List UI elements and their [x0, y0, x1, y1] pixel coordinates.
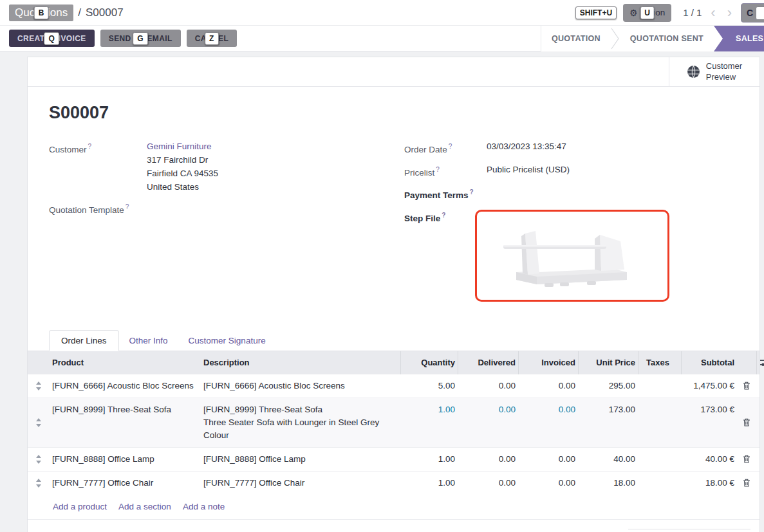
- header-delivered: Delivered: [458, 351, 518, 374]
- header-taxes: Taxes: [638, 351, 681, 374]
- cell-unit-price[interactable]: 295.00: [578, 374, 638, 398]
- create-invoice-button[interactable]: CREATE INVOICE Q: [9, 30, 95, 47]
- description-line: [FURN_6666] Acoustic Bloc Screens: [203, 380, 398, 392]
- cell-delivered[interactable]: 0.00: [458, 472, 518, 495]
- cell-taxes[interactable]: [638, 448, 681, 471]
- quotation-template-field[interactable]: Quotation Template?: [49, 200, 404, 217]
- row-drag-handle[interactable]: [28, 448, 50, 471]
- quotation-template-label: Quotation Template?: [49, 200, 147, 217]
- cell-description[interactable]: [FURN_6666] Acoustic Bloc Screens: [201, 374, 400, 398]
- payment-terms-field: Payment Terms?: [404, 185, 738, 202]
- row-drag-handle[interactable]: [28, 398, 50, 447]
- statusbar-step-quotation-sent[interactable]: QUOTATION SENT: [620, 26, 714, 51]
- customer-preview-label: Customer Preview: [706, 61, 742, 83]
- cell-product[interactable]: [FURN_8888] Office Lamp: [50, 448, 201, 471]
- action-menu-button[interactable]: ⚙ Action U: [623, 4, 671, 22]
- trash-icon: [743, 479, 750, 487]
- pricelist-value[interactable]: Public Pricelist (USD): [487, 163, 570, 176]
- cell-quantity[interactable]: 5.00: [400, 374, 458, 398]
- cell-description[interactable]: [FURN_7777] Office Chair: [201, 472, 400, 495]
- order-date-value[interactable]: 03/03/2023 13:35:47: [487, 140, 566, 153]
- cell-subtotal[interactable]: 1,475.00 €: [681, 374, 737, 398]
- cell-taxes[interactable]: [638, 472, 681, 495]
- cell-subtotal[interactable]: 18.00 €: [681, 472, 737, 495]
- help-icon: ?: [126, 203, 129, 210]
- hint-badge-edge: [756, 6, 764, 20]
- cell-subtotal[interactable]: 40.00 €: [681, 448, 737, 471]
- cell-delivered[interactable]: 0.00: [458, 398, 518, 447]
- pager-previous-icon[interactable]: ‹: [708, 6, 718, 20]
- statusbar-chevron-icon: [611, 26, 620, 51]
- breadcrumb-quotations-link[interactable]: Quotations B: [9, 5, 73, 21]
- delete-row-button[interactable]: [737, 374, 756, 398]
- cell-quantity[interactable]: 1.00: [400, 472, 458, 495]
- pager-next-icon[interactable]: ›: [725, 6, 734, 20]
- cell-quantity[interactable]: 1.00: [400, 448, 458, 471]
- drag-handle-icon: [35, 455, 42, 464]
- order-date-field: Order Date? 03/03/2023 13:35:47: [404, 140, 738, 156]
- cell-subtotal[interactable]: 173.00 €: [681, 398, 737, 447]
- help-icon: ?: [442, 212, 445, 219]
- hint-badge-send-email: G: [133, 32, 148, 45]
- cell-invoiced[interactable]: 0.00: [518, 472, 578, 495]
- cell-unit-price[interactable]: 173.00: [578, 398, 638, 447]
- send-by-email-button[interactable]: SEND BY EMAIL G: [100, 30, 181, 47]
- cell-product[interactable]: [FURN_8999] Three-Seat Sofa: [50, 398, 201, 447]
- cell-taxes[interactable]: [638, 398, 681, 447]
- cancel-button[interactable]: CANCEL Z: [187, 30, 237, 47]
- hint-badge-create-invoice: Q: [44, 32, 59, 45]
- cell-delivered[interactable]: 0.00: [458, 448, 518, 471]
- delete-row-button[interactable]: [737, 398, 756, 447]
- cell-unit-price[interactable]: 40.00: [578, 448, 638, 471]
- row-spacer: [756, 448, 761, 471]
- header-handle-spacer: [28, 351, 50, 374]
- header-trash-spacer: [737, 351, 756, 374]
- customer-address: 317 Fairchild DrFairfield CA 94535United…: [147, 153, 218, 194]
- cell-quantity[interactable]: 1.00: [400, 398, 458, 447]
- breadcrumb-record: S00007: [86, 6, 124, 19]
- order-date-label: Order Date?: [404, 140, 487, 156]
- sheet-footer: Terms and conditions... Total: 1,706.00 …: [28, 520, 759, 532]
- help-icon: ?: [470, 188, 474, 196]
- link-add-a-section[interactable]: Add a section: [118, 502, 171, 511]
- form-sheet: Customer Preview S00007 Customer? Gemini…: [27, 57, 760, 532]
- tab-customer-signature[interactable]: Customer Signature: [178, 331, 276, 351]
- cell-taxes[interactable]: [638, 374, 681, 398]
- table-row: [FURN_7777] Office Chair[FURN_7777] Offi…: [28, 471, 759, 495]
- top-navbar: Quotations B / S00007 SHIFT+U ⚙ Action U…: [0, 0, 764, 26]
- cell-product[interactable]: [FURN_7777] Office Chair: [50, 472, 201, 495]
- row-drag-handle[interactable]: [28, 472, 50, 495]
- cell-description[interactable]: [FURN_8999] Three-Seat SofaThree Seater …: [201, 398, 400, 447]
- cell-invoiced[interactable]: 0.00: [518, 448, 578, 471]
- tab-order-lines[interactable]: Order Lines: [49, 330, 119, 351]
- gear-icon: ⚙: [629, 8, 638, 17]
- statusbar-step-sales-order[interactable]: SALES ORDER: [714, 26, 764, 51]
- tab-other-info[interactable]: Other Info: [119, 331, 178, 351]
- step-file-image[interactable]: [475, 210, 669, 302]
- delete-row-button[interactable]: [737, 472, 756, 495]
- cell-invoiced[interactable]: 0.00: [518, 398, 578, 447]
- row-drag-handle[interactable]: [28, 374, 50, 398]
- cell-description[interactable]: [FURN_8888] Office Lamp: [201, 448, 400, 471]
- statusbar-step-quotation[interactable]: QUOTATION: [541, 26, 611, 51]
- trash-icon: [743, 381, 750, 390]
- optional-columns-button[interactable]: [756, 351, 764, 374]
- row-spacer: [756, 472, 761, 495]
- customer-address-line: United States: [147, 180, 218, 194]
- link-add-a-product[interactable]: Add a product: [53, 502, 107, 511]
- customer-label: Customer?: [49, 140, 147, 156]
- cell-invoiced[interactable]: 0.00: [518, 374, 578, 398]
- delete-row-button[interactable]: [737, 448, 756, 471]
- add-line-links: Add a productAdd a sectionAdd a note: [28, 495, 759, 520]
- edge-truncated-button[interactable]: C: [741, 3, 764, 23]
- header-unit-price: Unit Price: [578, 351, 638, 374]
- help-icon: ?: [88, 143, 92, 150]
- breadcrumb: Quotations B / S00007: [9, 5, 124, 21]
- cell-delivered[interactable]: 0.00: [458, 374, 518, 398]
- customer-link[interactable]: Gemini Furniture: [147, 142, 212, 151]
- customer-preview-button[interactable]: Customer Preview: [669, 57, 759, 86]
- cell-product[interactable]: [FURN_6666] Acoustic Bloc Screens: [50, 374, 201, 398]
- cell-unit-price[interactable]: 18.00: [578, 472, 638, 495]
- link-add-a-note[interactable]: Add a note: [183, 502, 225, 511]
- description-line: [FURN_7777] Office Chair: [203, 477, 398, 490]
